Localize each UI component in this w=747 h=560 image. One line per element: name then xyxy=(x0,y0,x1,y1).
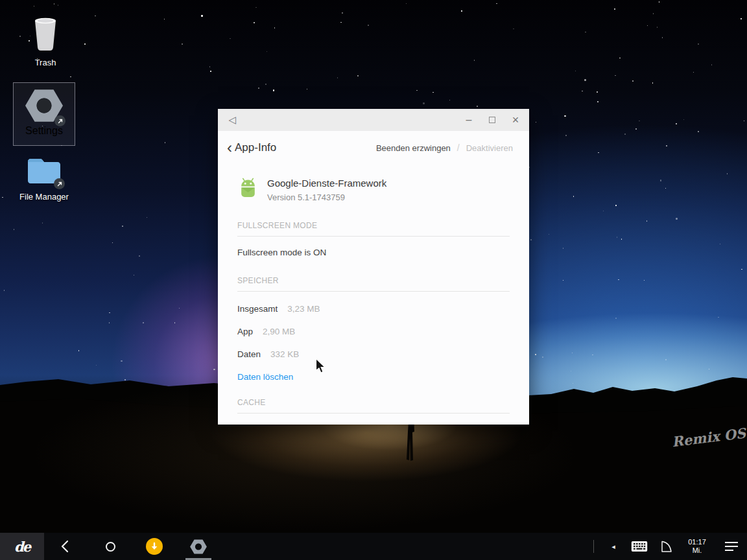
app-name: Google-Dienste-Framework xyxy=(267,178,386,189)
tray-collapse-button[interactable]: ◂ xyxy=(600,533,626,560)
notification-drawer-button[interactable] xyxy=(652,533,678,560)
row-label: Daten xyxy=(237,349,261,359)
taskbar-app-downloader[interactable] xyxy=(132,533,176,560)
notification-drawer-icon xyxy=(658,539,673,554)
desktop-icon-label: Settings xyxy=(25,125,63,137)
clock-day: Mi. xyxy=(678,546,716,555)
download-icon xyxy=(146,538,163,555)
settings-nut-icon xyxy=(190,539,207,554)
close-button[interactable]: × xyxy=(511,115,520,124)
app-version: Version 5.1-1743759 xyxy=(267,192,386,202)
fullscreen-status: Fullscreen mode is ON xyxy=(237,248,510,257)
back-chevron-icon[interactable]: ‹ xyxy=(227,141,232,154)
trash-icon xyxy=(29,16,62,54)
keyboard-icon xyxy=(631,541,648,552)
shortcut-arrow-badge xyxy=(54,115,65,126)
app-info-header: ‹ App-Info Beenden erzwingen / Deaktivie… xyxy=(218,131,529,154)
taskbar-app-settings[interactable] xyxy=(176,533,220,560)
system-tray: ◂ 01:17 Mi. xyxy=(587,533,747,560)
desktop-icon-settings[interactable]: Settings xyxy=(13,82,75,146)
minimize-button[interactable]: – xyxy=(464,115,473,124)
force-stop-button[interactable]: Beenden erzwingen xyxy=(376,143,451,153)
desktop: Remix OS Trash Settings xyxy=(0,0,747,560)
row-value: 332 KB xyxy=(270,349,299,359)
page-title: App-Info xyxy=(235,141,276,154)
nav-back-button[interactable] xyxy=(44,533,88,560)
window-titlebar: ◁ – × xyxy=(218,109,529,131)
section-title-cache: CACHE xyxy=(237,398,510,414)
taskbar: de ◂ xyxy=(0,533,747,560)
home-icon xyxy=(106,542,115,552)
clock-time: 01:17 xyxy=(678,538,716,546)
remix-start-button[interactable]: de xyxy=(0,533,44,560)
storage-row-total: Insgesamt3,23 MB xyxy=(237,304,510,314)
maximize-button[interactable] xyxy=(488,115,497,124)
row-label: App xyxy=(237,327,253,336)
row-value: 3,23 MB xyxy=(287,304,320,314)
desktop-icon-file-manager[interactable]: File Manager xyxy=(12,156,77,202)
menu-button[interactable] xyxy=(716,533,747,560)
taskbar-clock[interactable]: 01:17 Mi. xyxy=(678,538,716,555)
android-app-icon xyxy=(237,178,259,202)
disable-button[interactable]: Deaktivieren xyxy=(466,143,513,153)
row-label: Insgesamt xyxy=(237,304,278,314)
nav-home-button[interactable] xyxy=(88,533,132,560)
maximize-icon xyxy=(489,117,495,123)
clear-data-link[interactable]: Daten löschen xyxy=(237,372,510,382)
row-value: 2,90 MB xyxy=(263,327,295,336)
section-title-fullscreen: FULLSCREEN MODE xyxy=(237,221,510,237)
collapse-arrow-icon: ◂ xyxy=(611,542,615,551)
section-title-storage: SPEICHER xyxy=(237,276,510,292)
hamburger-icon xyxy=(725,542,738,551)
tray-divider xyxy=(593,540,594,553)
desktop-icon-trash[interactable]: Trash xyxy=(16,16,75,67)
desktop-icon-label: File Manager xyxy=(19,192,69,202)
shortcut-arrow-badge xyxy=(54,178,65,189)
keyboard-button[interactable] xyxy=(626,533,652,560)
remix-logo-icon: de xyxy=(14,539,30,555)
desktop-icon-label: Trash xyxy=(35,58,56,67)
back-icon xyxy=(58,539,74,554)
button-separator: / xyxy=(457,143,460,153)
folder-icon xyxy=(26,156,62,188)
app-identity-row: Google-Dienste-Framework Version 5.1-174… xyxy=(237,178,510,202)
window-back-button[interactable]: ◁ xyxy=(224,114,240,126)
storage-row-data: Daten332 KB xyxy=(237,349,510,359)
settings-nut-icon xyxy=(25,89,63,125)
app-info-window: ◁ – × ‹ App-Info Beenden erzwingen / Dea… xyxy=(218,109,529,425)
storage-row-app: App2,90 MB xyxy=(237,327,510,336)
